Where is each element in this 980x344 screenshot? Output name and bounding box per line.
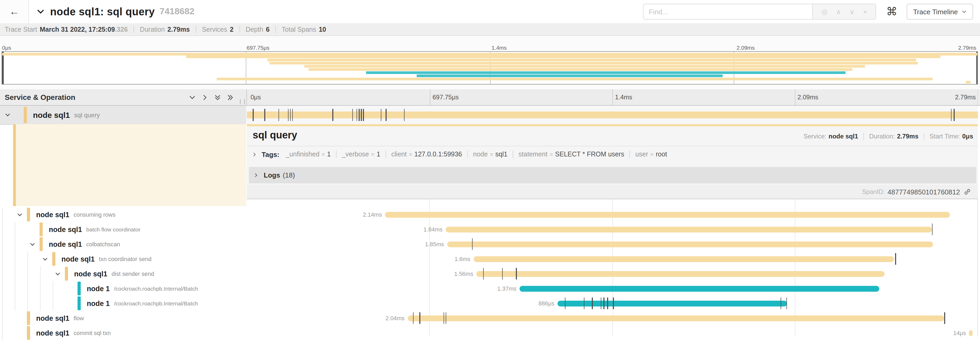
minimap-span-band	[267, 59, 916, 62]
minimap-drag-handle-right[interactable]	[976, 52, 977, 84]
metadata-value: 2	[230, 26, 234, 33]
splitter-grip[interactable]	[240, 99, 245, 104]
log-tick	[359, 109, 360, 121]
timeline-minimap: 0μs 697.75μs 1.4ms 2.09ms 2.79ms	[0, 36, 980, 89]
minimap-span-band	[304, 65, 865, 68]
metadata-value: 2.79ms	[167, 26, 190, 33]
tag-key: statement	[519, 150, 547, 158]
metadata-label: Depth	[245, 26, 263, 33]
timeline-ruler: 0μs 697.75μs 1.4ms 2.09ms 2.79ms	[247, 89, 978, 105]
indent-guide	[2, 311, 3, 325]
tag-equals: =	[650, 151, 654, 157]
row-chevron-down-icon[interactable]	[17, 211, 23, 218]
row-chevron-spacer	[67, 285, 74, 292]
span-tree-row[interactable]: node sql1batch flow coordinator	[0, 222, 246, 237]
span-bar-row[interactable]: 14μs	[247, 325, 978, 340]
collapse-all-double-chevron-down-icon[interactable]	[214, 94, 221, 101]
log-tick	[502, 268, 503, 280]
find-input[interactable]	[643, 4, 812, 19]
span-tree-row[interactable]: node sql1consuming rows	[0, 207, 246, 222]
span-bar-row[interactable]: 1.84ms	[247, 222, 978, 237]
back-button[interactable]: ←	[0, 0, 29, 23]
clear-find-icon[interactable]: ×	[863, 8, 867, 16]
minimap-span-band	[186, 56, 940, 58]
keyboard-shortcuts-button[interactable]: ⌘	[883, 4, 900, 19]
log-tick	[584, 298, 585, 309]
axis-gridline	[795, 89, 795, 105]
span-bar[interactable]	[447, 241, 933, 247]
span-tree-row[interactable]: node 1/cockroach.roachpb.Internal/Batch	[0, 296, 246, 311]
indent-guide	[27, 281, 28, 296]
collapse-one-chevron-down-icon[interactable]	[189, 94, 196, 101]
logs-toggle-row[interactable]: Logs (18)	[249, 167, 976, 183]
metadata-value: March 31 2022, 17:25:09	[40, 26, 115, 33]
indent-guide	[2, 325, 3, 340]
span-tree-row[interactable]: node 1/cockroach.roachpb.Internal/Batch	[0, 281, 246, 296]
span-tree-row[interactable]: node sql1flow	[0, 311, 246, 326]
span-bar[interactable]	[476, 271, 884, 277]
next-result-icon[interactable]: ∨	[850, 8, 854, 16]
link-icon[interactable]	[964, 188, 971, 195]
trace-id: 7418682	[159, 6, 194, 17]
span-operation-name: colbatchscan	[86, 241, 120, 247]
span-bar[interactable]	[408, 315, 944, 321]
tag-separator	[467, 150, 468, 158]
prev-result-icon[interactable]: ∧	[836, 8, 841, 16]
row-chevron-down-icon[interactable]	[42, 256, 49, 262]
span-tree-row[interactable]: node sql1dist sender send	[0, 266, 246, 282]
span-bar[interactable]	[520, 286, 879, 291]
log-tick	[607, 298, 608, 309]
span-bar-row[interactable]: 1.6ms	[247, 251, 978, 266]
span-bar-row[interactable]: 2.14ms	[247, 207, 978, 222]
span-bar[interactable]	[446, 226, 932, 232]
axis-tick-label: 0μs	[251, 94, 261, 101]
span-bar[interactable]	[385, 212, 950, 218]
span-bar-row[interactable]: 886μs	[247, 296, 978, 311]
tag-separator	[513, 150, 513, 158]
log-tick	[472, 238, 473, 250]
minimap-span-band	[366, 71, 845, 74]
trace-metadata-bar: Trace StartMarch 31 2022, 17:25:09.326Du…	[0, 23, 980, 36]
indent-guide	[15, 266, 15, 281]
minimap-drag-handle-left[interactable]	[2, 52, 3, 84]
span-bar-row[interactable]: 1.56ms	[247, 266, 978, 281]
trace-rows-region: node sql1 sql query sql query Service: n…	[0, 106, 980, 340]
tag-value: sql1	[495, 150, 508, 158]
collapse-trace-chevron-down-icon[interactable]	[37, 7, 45, 16]
expand-all-double-chevron-right-icon[interactable]	[227, 94, 234, 101]
minimap-canvas[interactable]	[2, 51, 978, 85]
span-detail-left-fill	[13, 124, 246, 206]
locate-icon[interactable]: ◎	[821, 8, 827, 16]
span-bar[interactable]	[969, 330, 973, 336]
span-tree-row-selected[interactable]: node sql1 sql query	[0, 106, 246, 125]
metadata-label: Total Spans	[282, 26, 316, 33]
span-service-name: node sql1	[49, 240, 82, 248]
log-tick	[444, 312, 444, 324]
row-chevron-spacer	[17, 315, 23, 321]
span-tree-row[interactable]: node sql1colbatchscan	[0, 237, 246, 252]
span-operation-name: flow	[73, 315, 84, 321]
row-chevron-down-icon[interactable]	[5, 112, 11, 118]
service-operation-header: Service & Operation	[0, 89, 247, 106]
row-chevron-down-icon[interactable]	[30, 241, 36, 247]
span-bar-row[interactable]: 1.37ms	[247, 281, 978, 296]
tag-separator	[336, 150, 337, 158]
span-tree-row[interactable]: node sql1commit sql txn	[0, 325, 246, 340]
tag-equals: =	[371, 151, 374, 157]
expand-one-chevron-right-icon[interactable]	[202, 94, 208, 101]
tags-toggle-row[interactable]: Tags: _unfinished=1_verbose=1client=127.…	[252, 149, 667, 160]
indent-guide	[40, 266, 41, 281]
log-tick	[483, 268, 484, 280]
row-chevron-down-icon[interactable]	[55, 270, 61, 277]
span-tree-row[interactable]: node sql1txn coordinator send	[0, 251, 246, 267]
log-tick	[592, 298, 593, 309]
start-time-label: Start Time:	[930, 133, 960, 140]
span-bar-row[interactable]: 2.04ms	[247, 311, 978, 325]
trace-view-selector-button[interactable]: Trace Timeline	[907, 4, 973, 19]
span-bar[interactable]	[473, 256, 894, 262]
span-color-accent	[78, 296, 80, 310]
log-tick	[944, 312, 945, 324]
span-bar-row[interactable]: 1.85ms	[247, 237, 978, 251]
span-bar-row-selected[interactable]	[247, 106, 978, 125]
tag-item: statement=SELECT * FROM users	[519, 150, 624, 158]
